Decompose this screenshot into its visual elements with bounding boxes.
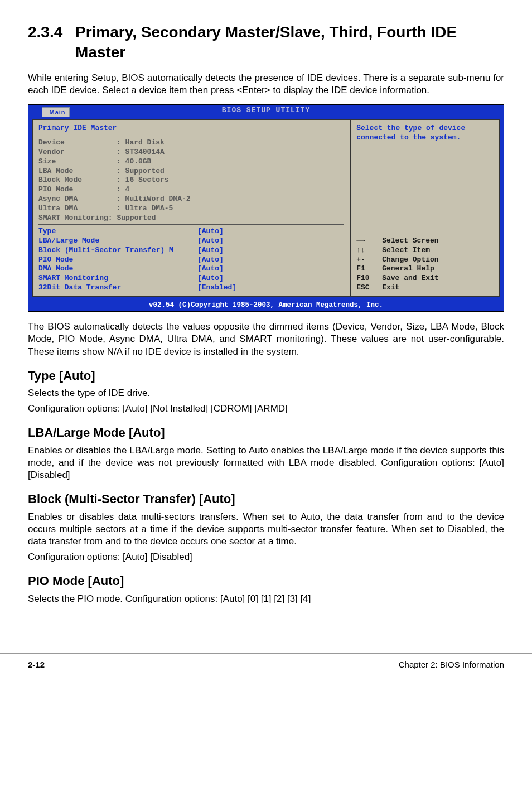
page-footer: 2-12 Chapter 2: BIOS Information [0,653,532,670]
sub-heading-type: Type [Auto] [28,368,504,384]
bios-info-row: LBA Mode : Supported [38,167,344,176]
help-key-row: ESCExit [356,283,494,293]
chapter-label: Chapter 2: BIOS Information [399,659,504,670]
bios-title: BIOS SETUP UTILITY [222,106,310,114]
bios-device-info: Device : Hard Disk Vendor : ST340014A Si… [38,138,344,223]
sub-heading-pio: PIO Mode [Auto] [28,573,504,590]
bios-config-item[interactable]: DMA Mode[Auto] [38,264,344,274]
help-key-row: ↑↓Select Item [356,246,494,255]
bios-info-row: Block Mode : 16 Sectors [38,176,344,185]
bios-config-item[interactable]: PIO Mode[Auto] [38,255,344,265]
after-bios-text: The BIOS automatically detects the value… [28,321,504,357]
bios-config-list: Type[Auto] LBA/Large Mode[Auto] Block (M… [38,227,344,293]
bios-panel-title: Primary IDE Master [38,124,344,133]
section-heading: 2.3.4 Primary, Secondary Master/Slave, T… [28,22,504,63]
help-key-row: F10Save and Exit [356,274,494,283]
bios-info-row: Ultra DMA : Ultra DMA-5 [38,204,344,214]
bios-copyright: v02.54 (C)Copyright 1985-2003, American … [28,301,504,311]
bios-help-pane: Select the type of device connected to t… [350,119,500,297]
bios-config-item[interactable]: LBA/Large Mode[Auto] [38,236,344,246]
bios-key-legend: ←→Select Screen ↑↓Select Item +-Change O… [356,236,494,293]
bios-config-item[interactable]: 32Bit Data Transfer[Enabled] [38,283,344,293]
bios-help-text: Select the type of device connected to t… [356,124,494,143]
bios-screenshot: BIOS SETUP UTILITY Main Primary IDE Mast… [28,104,504,312]
help-key-row: ←→Select Screen [356,236,494,246]
bios-info-row: Async DMA : MultiWord DMA-2 [38,195,344,204]
bios-left-pane: Primary IDE Master Device : Hard Disk Ve… [32,119,350,297]
sub-heading-lba: LBA/Large Mode [Auto] [28,425,504,441]
bios-info-row: Device : Hard Disk [38,138,344,148]
page-number: 2-12 [28,659,45,670]
bios-tab-main[interactable]: Main [42,107,70,117]
sub-text: Configuration options: [Auto] [Not Insta… [28,403,504,415]
bios-config-item[interactable]: Block (Multi-Sector Transfer) M[Auto] [38,246,344,255]
sub-text: Enables or disables the LBA/Large mode. … [28,445,504,481]
bios-config-item[interactable]: Type[Auto] [38,227,344,236]
sub-text: Configuration options: [Auto] [Disabled] [28,551,504,563]
bios-title-bar: BIOS SETUP UTILITY Main [28,105,504,117]
help-key-row: F1General Help [356,264,494,274]
bios-info-row: PIO Mode : 4 [38,185,344,195]
bios-config-item[interactable]: SMART Monitoring[Auto] [38,274,344,283]
sub-text: Selects the type of IDE drive. [28,387,504,399]
section-number: 2.3.4 [28,22,75,42]
section-title: Primary, Secondary Master/Slave, Third, … [75,22,504,63]
sub-text: Enables or disables data multi-sectors t… [28,511,504,548]
section-intro: While entering Setup, BIOS automatically… [28,72,504,96]
bios-info-row: Size : 40.0GB [38,157,344,167]
bios-info-row: SMART Monitoring: Supported [38,214,344,223]
sub-heading-block: Block (Multi-Sector Transfer) [Auto] [28,491,504,508]
sub-text: Selects the PIO mode. Configuration opti… [28,593,504,605]
help-key-row: +-Change Option [356,255,494,265]
bios-info-row: Vendor : ST340014A [38,148,344,157]
